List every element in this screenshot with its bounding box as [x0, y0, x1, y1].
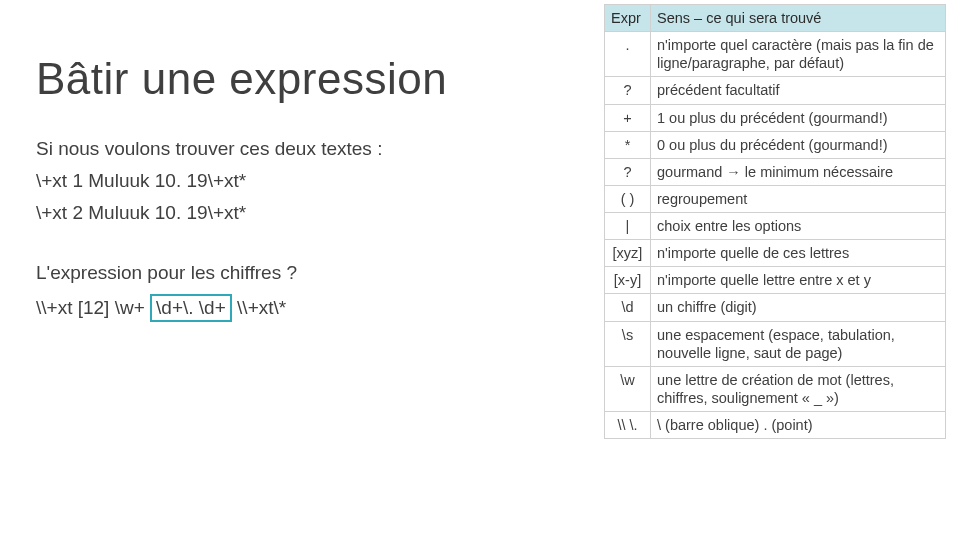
regex-pre: \\+xt [12] \w+	[36, 297, 150, 318]
cell-expr: |	[605, 213, 651, 240]
cell-sens: n'importe quelle lettre entre x et y	[651, 267, 946, 294]
question-text: L'expression pour les chiffres ?	[36, 262, 596, 284]
cell-sens: gourmand → le minimum nécessaire	[651, 158, 946, 185]
table-row: +1 ou plus du précédent (gourmand!)	[605, 104, 946, 131]
intro-text: Si nous voulons trouver ces deux textes …	[36, 138, 596, 160]
table-row: ?gourmand → le minimum nécessaire	[605, 158, 946, 185]
cell-sens: 1 ou plus du précédent (gourmand!)	[651, 104, 946, 131]
table-row: [xyz]n'importe quelle de ces lettres	[605, 240, 946, 267]
cell-expr: +	[605, 104, 651, 131]
cell-sens: choix entre les options	[651, 213, 946, 240]
cell-expr: \w	[605, 366, 651, 411]
cell-sens: \ (barre oblique) . (point)	[651, 412, 946, 439]
table-row: \\ \.\ (barre oblique) . (point)	[605, 412, 946, 439]
slide: Bâtir une expression Si nous voulons tro…	[0, 0, 960, 540]
slide-title: Bâtir une expression	[36, 54, 596, 104]
table-row: \wune lettre de création de mot (lettres…	[605, 366, 946, 411]
table-row: \sune espacement (espace, tabulation, no…	[605, 321, 946, 366]
table-header-row: Expr Sens – ce qui sera trouvé	[605, 5, 946, 32]
header-sens: Sens – ce qui sera trouvé	[651, 5, 946, 32]
table-row: [x-y]n'importe quelle lettre entre x et …	[605, 267, 946, 294]
sample-1: \+xt 1 Muluuk 10. 19\+xt*	[36, 170, 596, 192]
cell-sens: une espacement (espace, tabulation, nouv…	[651, 321, 946, 366]
table-row: ?précédent facultatif	[605, 77, 946, 104]
sample-2: \+xt 2 Muluuk 10. 19\+xt*	[36, 202, 596, 224]
cell-sens: précédent facultatif	[651, 77, 946, 104]
cell-expr: ( )	[605, 185, 651, 212]
regex-line: \\+xt [12] \w+ \d+\. \d+ \\+xt\*	[36, 294, 596, 322]
header-expr: Expr	[605, 5, 651, 32]
left-column: Bâtir une expression Si nous voulons tro…	[36, 54, 596, 322]
cell-expr: \d	[605, 294, 651, 321]
cell-sens: un chiffre (digit)	[651, 294, 946, 321]
cell-expr: ?	[605, 77, 651, 104]
cell-expr: \\ \.	[605, 412, 651, 439]
cell-expr: ?	[605, 158, 651, 185]
cell-sens: 0 ou plus du précédent (gourmand!)	[651, 131, 946, 158]
cell-expr: [xyz]	[605, 240, 651, 267]
table-row: *0 ou plus du précédent (gourmand!)	[605, 131, 946, 158]
regex-highlight-box: \d+\. \d+	[150, 294, 232, 322]
cell-sens: n'importe quelle de ces lettres	[651, 240, 946, 267]
cell-expr: .	[605, 32, 651, 77]
regex-reference-table: Expr Sens – ce qui sera trouvé .n'import…	[604, 4, 946, 439]
cell-expr: *	[605, 131, 651, 158]
table-row: .n'importe quel caractère (mais pas la f…	[605, 32, 946, 77]
cell-expr: [x-y]	[605, 267, 651, 294]
cell-sens: n'importe quel caractère (mais pas la fi…	[651, 32, 946, 77]
cell-sens: regroupement	[651, 185, 946, 212]
table-row: |choix entre les options	[605, 213, 946, 240]
table-row: ( )regroupement	[605, 185, 946, 212]
cell-sens: une lettre de création de mot (lettres, …	[651, 366, 946, 411]
cell-expr: \s	[605, 321, 651, 366]
regex-post: \\+xt\*	[232, 297, 286, 318]
table-row: \dun chiffre (digit)	[605, 294, 946, 321]
